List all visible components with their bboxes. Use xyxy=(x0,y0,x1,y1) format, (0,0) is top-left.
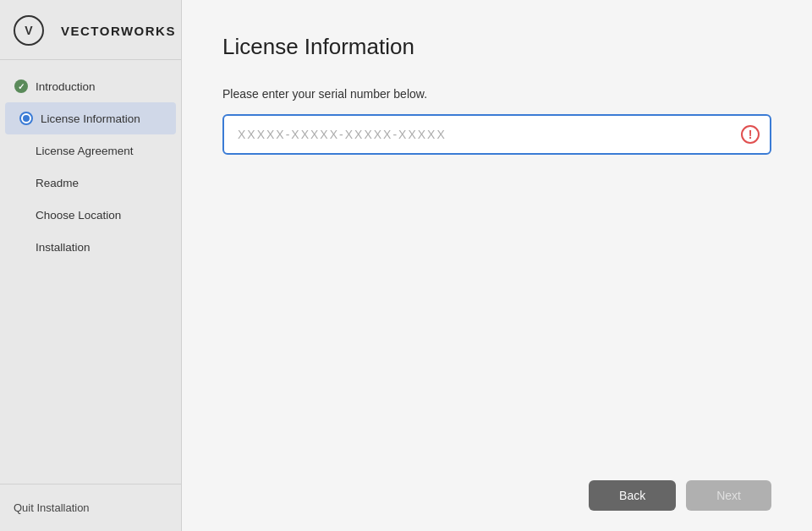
next-button[interactable]: Next xyxy=(686,480,771,511)
quit-installation-button[interactable]: Quit Installation xyxy=(14,498,90,517)
error-icon: ! xyxy=(741,125,760,144)
logo-area: V VECTORWORKS xyxy=(0,0,181,60)
sidebar-item-label: License Information xyxy=(41,112,140,125)
empty-icon xyxy=(14,175,29,190)
sidebar-item-readme[interactable]: Readme xyxy=(0,167,181,199)
brand-name: VECTORWORKS xyxy=(61,24,176,38)
sidebar-item-choose-location[interactable]: Choose Location xyxy=(0,199,181,231)
check-icon xyxy=(14,79,29,94)
sidebar-item-label: Readme xyxy=(36,177,79,189)
form-prompt: Please enter your serial number below. xyxy=(222,87,771,101)
empty-icon xyxy=(14,207,29,222)
radio-icon xyxy=(19,111,34,126)
sidebar-item-license-agreement[interactable]: License Agreement xyxy=(0,134,181,167)
page-title: License Information xyxy=(222,34,771,60)
sidebar-item-label: Installation xyxy=(36,241,91,254)
sidebar-item-label: Introduction xyxy=(36,80,96,93)
serial-number-input[interactable] xyxy=(222,114,771,155)
sidebar-item-introduction[interactable]: Introduction xyxy=(0,70,181,102)
sidebar-item-label: Choose Location xyxy=(36,209,121,222)
sidebar-footer: Quit Installation xyxy=(0,484,181,531)
sidebar-item-installation[interactable]: Installation xyxy=(0,231,181,263)
sidebar-item-label: License Agreement xyxy=(36,145,134,157)
form-section: Please enter your serial number below. ! xyxy=(222,87,771,467)
sidebar-item-license-information[interactable]: License Information xyxy=(5,102,176,134)
main-content: License Information Please enter your se… xyxy=(182,0,812,531)
empty-icon xyxy=(14,143,29,158)
sidebar: V VECTORWORKS Introduction License Infor… xyxy=(0,0,182,531)
bottom-bar: Back Next xyxy=(222,467,771,511)
logo-icon: V xyxy=(14,15,44,46)
empty-icon xyxy=(14,239,29,255)
serial-input-wrapper: ! xyxy=(222,114,771,155)
back-button[interactable]: Back xyxy=(589,480,676,511)
sidebar-nav: Introduction License Information License… xyxy=(0,67,181,484)
